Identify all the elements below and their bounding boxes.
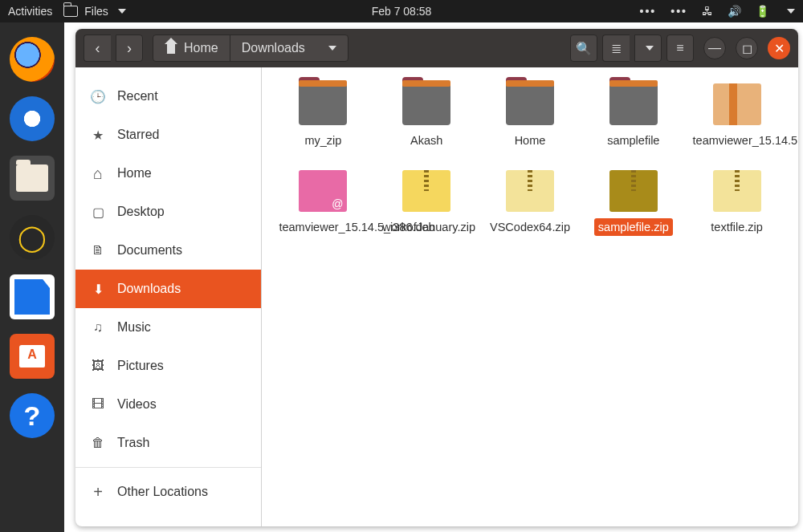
file-label: samplefile (603, 132, 663, 149)
file-item[interactable]: teamviewer_15.14.5.x86_64.rpm (685, 83, 789, 149)
file-label: teamviewer_15.14.5.x86_64.rpm (689, 132, 785, 149)
sidebar-item-label: Desktop (117, 205, 165, 219)
zip-icon (402, 170, 450, 212)
file-item[interactable]: textfile.zip (685, 170, 789, 236)
menu-icon: ≡ (676, 41, 683, 55)
window-maximize-button[interactable]: ◻ (736, 37, 758, 59)
music-icon (90, 320, 106, 335)
sidebar-item-desktop[interactable]: Desktop (75, 193, 261, 231)
indicator-dots-icon[interactable]: ••• (671, 5, 687, 18)
file-item[interactable]: workofJanuary.zip (375, 170, 479, 236)
sidebar-item-label: Recent (117, 89, 158, 104)
down-icon (90, 282, 106, 297)
file-label: Akash (406, 132, 446, 149)
sidebar-item-label: Other Locations (117, 485, 208, 499)
titlebar: ‹ › Home Downloads 🔍 ≣ ≡ — ◻ ✕ (75, 29, 798, 67)
dock-software[interactable] (10, 334, 55, 379)
file-item[interactable]: Home (479, 83, 582, 149)
breadcrumb-label: Home (184, 41, 218, 55)
file-item[interactable]: my_zip (271, 83, 375, 149)
pic-icon (90, 359, 106, 373)
nav-forward-button[interactable]: › (116, 35, 143, 62)
folder-icon (299, 83, 347, 125)
chevron-down-icon (646, 46, 654, 51)
sidebar-item-label: Starred (117, 128, 159, 142)
archive-icon (713, 83, 761, 125)
chevron-down-icon[interactable] (787, 9, 795, 14)
folder-icon (402, 83, 450, 125)
file-item[interactable]: teamviewer_15.14.5_i386.deb (271, 170, 375, 236)
sidebar-item-label: Home (117, 166, 152, 181)
maximize-icon: ◻ (742, 41, 752, 56)
breadcrumb-current[interactable]: Downloads (230, 35, 348, 61)
sidebar-item-pictures[interactable]: Pictures (75, 347, 261, 385)
breadcrumb-label: Downloads (242, 41, 305, 55)
chevron-down-icon (328, 46, 336, 51)
file-item[interactable]: Akash (375, 83, 479, 149)
file-label: Home (511, 132, 550, 149)
zip-icon (609, 170, 658, 212)
dock-help[interactable]: ? (10, 393, 55, 438)
dock-files[interactable] (10, 156, 55, 201)
zip-icon (506, 170, 554, 212)
sidebar-item-documents[interactable]: Documents (75, 231, 261, 270)
search-icon: 🔍 (576, 41, 592, 56)
sidebar-item-label: Pictures (117, 359, 164, 373)
nav-back-button[interactable]: ‹ (84, 35, 111, 62)
sidebar-item-videos[interactable]: Videos (75, 385, 261, 424)
breadcrumb: Home Downloads (153, 35, 349, 62)
doc-icon (90, 243, 106, 258)
minimize-icon: — (708, 41, 721, 55)
chevron-down-icon (118, 9, 126, 14)
dock-rhythmbox[interactable]: ◯ (10, 215, 55, 260)
folder-icon (609, 83, 658, 125)
window-minimize-button[interactable]: — (703, 37, 726, 59)
sidebar-item-music[interactable]: Music (75, 308, 261, 347)
sidebar-other-locations[interactable]: Other Locations (75, 473, 261, 511)
view-list-button[interactable]: ≣ (602, 35, 630, 62)
search-button[interactable]: 🔍 (570, 35, 597, 62)
file-item[interactable]: samplefile (581, 83, 685, 149)
sidebar-item-label: Documents (117, 243, 182, 258)
volume-icon[interactable] (728, 5, 741, 18)
dock-firefox[interactable] (10, 37, 55, 82)
home-icon (90, 164, 106, 183)
app-menu[interactable]: Files (63, 5, 126, 18)
sidebar-item-recent[interactable]: Recent (75, 77, 261, 116)
sidebar-separator (75, 467, 261, 468)
breadcrumb-home[interactable]: Home (153, 35, 230, 61)
folder-icon (506, 83, 554, 125)
close-icon: ✕ (774, 41, 785, 56)
files-window: ‹ › Home Downloads 🔍 ≣ ≡ — ◻ ✕ RecentSta… (75, 29, 798, 526)
dock-thunderbird[interactable] (10, 96, 55, 141)
chevron-right-icon: › (127, 40, 132, 57)
dock-libreoffice[interactable] (10, 274, 55, 319)
sidebar-item-label: Downloads (117, 282, 181, 296)
file-icon-view[interactable]: my_zipAkashHomesamplefileteamviewer_15.1… (262, 67, 798, 526)
network-icon[interactable] (702, 5, 713, 18)
file-label: workofJanuary.zip (378, 218, 475, 236)
file-label: teamviewer_15.14.5_i386.deb (275, 218, 371, 236)
view-options-button[interactable] (634, 35, 662, 62)
activities-button[interactable]: Activities (8, 5, 52, 18)
clock[interactable]: Feb 7 08:58 (372, 5, 432, 18)
battery-icon[interactable] (756, 5, 769, 18)
hamburger-menu-button[interactable]: ≡ (666, 35, 694, 62)
sidebar-item-downloads[interactable]: Downloads (75, 270, 261, 308)
indicator-dots-icon[interactable]: ••• (640, 5, 657, 18)
file-item[interactable]: samplefile.zip (581, 170, 685, 236)
list-icon: ≣ (611, 41, 622, 56)
file-label: my_zip (300, 132, 345, 149)
sidebar-item-trash[interactable]: Trash (75, 424, 261, 462)
sidebar: RecentStarredHomeDesktopDocumentsDownloa… (75, 67, 262, 526)
sidebar-item-home[interactable]: Home (75, 154, 261, 193)
file-item[interactable]: VSCodex64.zip (479, 170, 582, 236)
sidebar-item-starred[interactable]: Starred (75, 116, 261, 154)
home-icon (165, 43, 177, 54)
clock-icon (90, 89, 106, 104)
window-close-button[interactable]: ✕ (768, 37, 790, 59)
zip-icon (713, 170, 761, 212)
system-top-bar: Activities Files Feb 7 08:58 ••• ••• (0, 0, 803, 22)
file-label: textfile.zip (707, 218, 766, 236)
app-menu-label: Files (84, 5, 108, 18)
